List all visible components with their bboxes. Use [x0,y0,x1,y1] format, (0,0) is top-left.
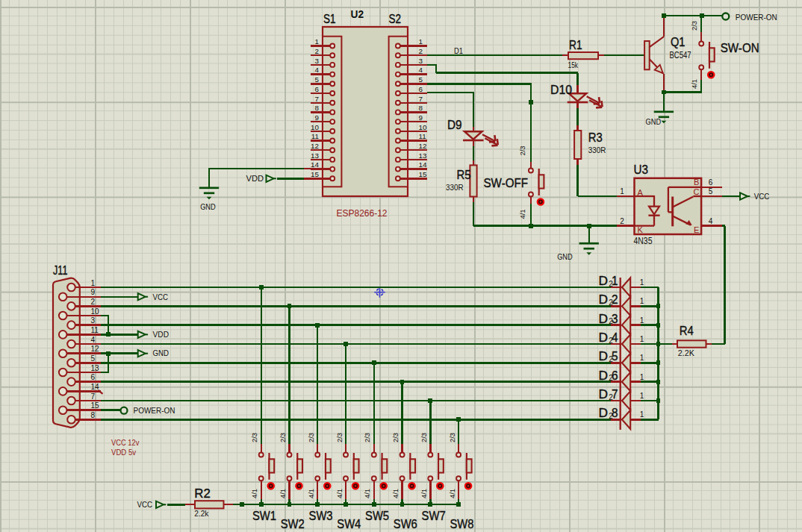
svg-text:SW1: SW1 [252,509,276,522]
svg-text:1: 1 [640,354,644,362]
svg-text:1: 1 [315,37,319,46]
svg-text:2/3: 2/3 [279,433,287,442]
svg-text:2: 2 [419,47,423,55]
svg-text:2: 2 [91,298,96,306]
svg-text:C: C [693,187,699,196]
svg-text:4: 4 [419,66,423,74]
svg-text:3: 3 [315,57,320,65]
svg-text:J11: J11 [53,263,68,277]
svg-text:4/1: 4/1 [518,209,526,219]
svg-text:R4: R4 [680,324,694,337]
svg-text:4: 4 [612,331,618,344]
svg-text:1: 1 [640,373,644,381]
svg-text:R3: R3 [588,131,603,144]
svg-text:13: 13 [311,151,319,160]
svg-text:D: D [599,312,609,325]
svg-text:5: 5 [709,187,713,195]
svg-text:10: 10 [311,123,319,131]
svg-text:D: D [599,274,609,287]
svg-text:K: K [638,225,644,234]
svg-text:1: 1 [620,187,624,195]
svg-text:D: D [599,349,609,363]
svg-text:1: 1 [612,274,618,287]
svg-text:SW8: SW8 [450,517,473,531]
svg-text:2.2k: 2.2k [194,509,208,518]
svg-text:D: D [599,387,609,401]
svg-text:B: B [694,178,699,187]
svg-text:4/1: 4/1 [335,489,344,498]
svg-text:8: 8 [612,406,618,419]
svg-text:14: 14 [91,383,100,391]
svg-text:SW4: SW4 [337,517,361,531]
svg-text:3: 3 [91,316,96,325]
svg-text:4/1: 4/1 [279,489,287,498]
svg-text:2/3: 2/3 [448,433,456,442]
svg-text:VDD: VDD [153,330,170,339]
svg-text:12: 12 [311,142,319,150]
svg-text:SW2: SW2 [281,517,305,531]
svg-text:1: 1 [640,410,644,419]
svg-text:5: 5 [315,75,320,84]
svg-text:Q1: Q1 [671,35,686,48]
svg-text:GND: GND [200,203,216,211]
svg-text:2: 2 [620,217,624,225]
svg-text:VCC: VCC [137,500,153,509]
svg-text:D1: D1 [454,46,463,55]
svg-text:3: 3 [419,57,423,65]
svg-text:SW3: SW3 [309,509,333,522]
svg-text:ESP8266-12: ESP8266-12 [337,207,388,219]
svg-text:8: 8 [91,411,96,419]
svg-text:6: 6 [709,178,713,187]
svg-text:BC547: BC547 [670,50,691,60]
svg-text:4/1: 4/1 [391,489,400,498]
svg-text:5: 5 [612,349,618,363]
svg-text:7: 7 [91,392,96,401]
svg-text:SW-OFF: SW-OFF [484,176,529,190]
svg-text:2/3: 2/3 [391,433,400,442]
svg-text:D10: D10 [550,83,572,96]
svg-text:U3: U3 [634,163,649,176]
svg-text:7: 7 [612,387,618,401]
svg-text:VCC: VCC [153,292,169,301]
svg-text:14: 14 [311,160,319,169]
svg-text:S2: S2 [389,13,402,25]
svg-text:4/1: 4/1 [448,489,456,498]
svg-text:6: 6 [91,373,96,381]
svg-text:D: D [599,369,609,382]
svg-text:2/3: 2/3 [363,433,371,442]
svg-text:9: 9 [419,113,423,122]
svg-text:12: 12 [419,142,427,150]
svg-text:15k: 15k [568,60,579,69]
svg-text:2/3: 2/3 [518,145,526,155]
svg-text:2/3: 2/3 [420,433,428,442]
svg-text:D: D [599,406,609,419]
svg-text:A: A [638,188,644,197]
svg-text:4/1: 4/1 [420,489,428,498]
svg-text:2/3: 2/3 [307,433,315,442]
svg-text:10: 10 [419,123,427,131]
svg-text:GND: GND [557,253,573,261]
svg-text:5: 5 [419,75,423,84]
svg-text:12: 12 [91,345,100,353]
svg-text:8: 8 [315,104,320,112]
svg-text:SW6: SW6 [394,517,417,531]
svg-text:15: 15 [311,170,319,178]
svg-text:S1: S1 [323,13,336,25]
svg-text:330R: 330R [588,145,606,154]
svg-text:R1: R1 [569,38,582,51]
svg-text:1: 1 [640,297,644,305]
svg-text:13: 13 [419,151,427,160]
svg-text:1: 1 [640,278,644,287]
svg-text:D: D [599,292,609,306]
svg-text:4/1: 4/1 [307,489,315,498]
svg-text:SW5: SW5 [365,509,389,522]
svg-text:VCC 12v: VCC 12v [111,439,139,447]
svg-text:14: 14 [419,160,427,169]
svg-text:4/1: 4/1 [250,489,258,498]
svg-text:U2: U2 [351,7,364,20]
svg-text:11: 11 [91,326,99,334]
svg-text:VDD 5v: VDD 5v [111,448,136,457]
svg-text:2.2K: 2.2K [678,348,695,357]
svg-text:330R: 330R [446,183,464,192]
svg-text:11: 11 [419,132,426,140]
